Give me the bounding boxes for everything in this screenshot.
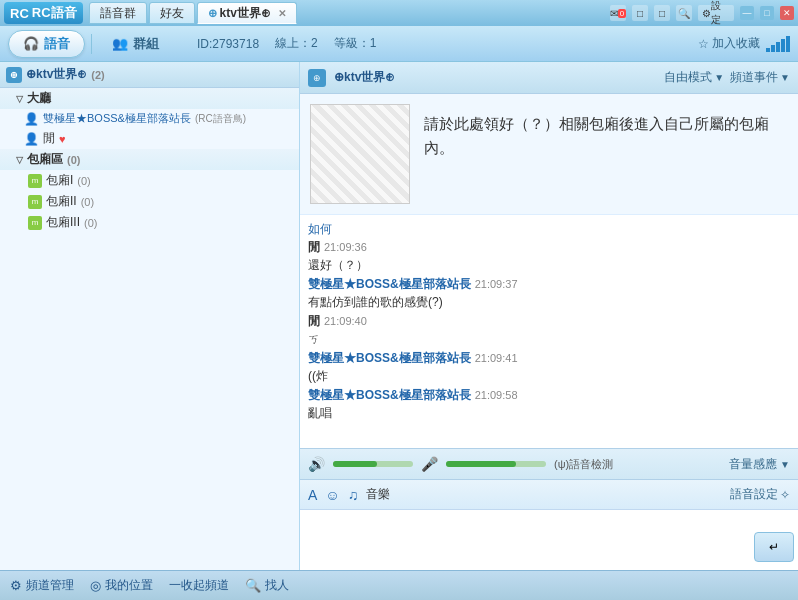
user1-suffix: (RC語音鳥) bbox=[195, 112, 246, 126]
msg-username[interactable]: 雙極星★BOSS&極星部落站長 bbox=[308, 276, 471, 293]
headphone-icon: 🎧 bbox=[23, 36, 39, 51]
room2-label: 包廂II bbox=[46, 193, 77, 210]
user1-name: 雙極星★BOSS&極星部落站長 bbox=[43, 111, 191, 126]
list-item: 雙極星★BOSS&極星部落站長 21:09:37 有點仿到誰的歌的感覺(?) bbox=[308, 276, 790, 312]
msg-content: 有點仿到誰的歌的感覺(?) bbox=[308, 293, 790, 312]
baowei-count: (0) bbox=[67, 154, 80, 166]
minimize-button[interactable]: — bbox=[740, 6, 754, 20]
search-icon[interactable]: 🔍 bbox=[676, 5, 692, 21]
chat-header: ⊕ ⊕ktv世界⊕ 自由模式 ▼ 頻道事件 ▼ bbox=[300, 62, 798, 94]
tree-room3[interactable]: m 包廂III (0) bbox=[0, 212, 299, 233]
msg-username[interactable]: 閒 bbox=[308, 239, 320, 256]
room1-icon: m bbox=[28, 174, 42, 188]
logo-icon: RC bbox=[10, 6, 29, 21]
msg-content: 亂唱 bbox=[308, 404, 790, 423]
channel-manage-button[interactable]: ⚙ 頻道管理 bbox=[10, 577, 74, 594]
events-label: 頻道事件 bbox=[730, 69, 778, 86]
events-button[interactable]: 頻道事件 ▼ bbox=[730, 69, 790, 86]
list-item: 雙極星★BOSS&極星部落站長 21:09:58 亂唱 bbox=[308, 387, 790, 423]
channel-root-header[interactable]: ⊕ ⊕ktv世界⊕ (2) bbox=[0, 62, 299, 88]
msg-username[interactable]: 雙極星★BOSS&極星部落站長 bbox=[308, 350, 471, 367]
icon2[interactable]: □ bbox=[654, 5, 670, 21]
logo-text: RC語音 bbox=[32, 4, 77, 22]
app-logo: RC RC語音 bbox=[4, 2, 83, 24]
user2-avatar-icon: 👤 bbox=[24, 132, 39, 146]
mail-badge: 0 bbox=[618, 9, 626, 18]
add-favorite-button[interactable]: ☆ 加入收藏 bbox=[698, 35, 760, 52]
my-location-button[interactable]: ◎ 我的位置 bbox=[90, 577, 153, 594]
message-input[interactable] bbox=[304, 514, 750, 566]
star-icon: ☆ bbox=[698, 37, 709, 51]
volume-slider[interactable] bbox=[333, 461, 413, 467]
msg-username[interactable]: 雙極星★BOSS&極星部落站長 bbox=[308, 387, 471, 404]
voice-nav-button[interactable]: 🎧 語音 bbox=[8, 30, 85, 58]
settings-btn[interactable]: ⚙ 設定 bbox=[698, 5, 734, 21]
send-button[interactable]: ↵ bbox=[754, 532, 794, 562]
maximize-button[interactable]: □ bbox=[760, 6, 774, 20]
msg-username[interactable]: 閒 bbox=[308, 313, 320, 330]
tree-user2[interactable]: 👤 閒 ♥ bbox=[0, 128, 299, 149]
channel-root-count: (2) bbox=[91, 69, 104, 81]
mic-icon: 🎤 bbox=[421, 456, 438, 472]
location-icon: ◎ bbox=[90, 578, 101, 593]
list-item: 閒 21:09:40 ㄎ bbox=[308, 313, 790, 349]
gear-icon: ⚙ bbox=[702, 8, 711, 19]
voice-setting-btn[interactable]: 語音設定 ✧ bbox=[730, 486, 790, 503]
music-label[interactable]: 音樂 bbox=[366, 486, 390, 503]
tab-ktv[interactable]: ⊕ ktv世界⊕ ✕ bbox=[197, 2, 297, 24]
user-info-bar: ID:2793718 線上：2 等級：1 bbox=[197, 35, 376, 52]
chat-messages[interactable]: 如何 閒 21:09:36 還好（？） 雙極星★BOSS&極星部落站長 21:0… bbox=[300, 215, 798, 448]
volume-response-btn[interactable]: 音量感應 ▼ bbox=[729, 456, 790, 473]
tree-expand-icon: ▽ bbox=[16, 94, 23, 104]
baowei-label: 包廂區 bbox=[27, 151, 63, 168]
left-panel: ⊕ ⊕ktv世界⊕ (2) ▽ 大廳 👤 雙極星★BOSS&極星部落站長 (RC… bbox=[0, 62, 300, 570]
channel-icon: ⊕ bbox=[6, 67, 22, 83]
titlebar-controls: ✉ 0 □ □ 🔍 ⚙ 設定 — □ ✕ bbox=[610, 5, 794, 21]
room2-count: (0) bbox=[81, 196, 94, 208]
tree-room1[interactable]: m 包廂I (0) bbox=[0, 170, 299, 191]
mail-icon[interactable]: ✉ 0 bbox=[610, 5, 626, 21]
chat-channel-icon: ⊕ bbox=[308, 69, 326, 87]
close-button[interactable]: ✕ bbox=[780, 6, 794, 20]
msg-content: 還好（？） bbox=[308, 256, 790, 275]
input-toolbar: A ☺ ♫ 音樂 語音設定 ✧ bbox=[300, 480, 798, 510]
tree-user1[interactable]: 👤 雙極星★BOSS&極星部落站長 (RC語音鳥) bbox=[0, 109, 299, 128]
right-panel: ⊕ ⊕ktv世界⊕ 自由模式 ▼ 頻道事件 ▼ 請於此處領好（？）相關包廂後進入… bbox=[300, 62, 798, 570]
welcome-text: 請於此處領好（？）相關包廂後進入自己所屬的包廂內。 bbox=[420, 104, 788, 204]
tree-baowei-expand-icon: ▽ bbox=[16, 155, 23, 165]
group-nav-button[interactable]: 👥 群組 bbox=[98, 30, 173, 58]
tree-baowei-section[interactable]: ▽ 包廂區 (0) bbox=[0, 149, 299, 170]
msg-time: 21:09:40 bbox=[324, 315, 367, 327]
msg-content: ㄎ bbox=[308, 330, 790, 349]
mic-slider[interactable] bbox=[446, 461, 546, 467]
mode-selector[interactable]: 自由模式 ▼ bbox=[664, 69, 724, 86]
icon1[interactable]: □ bbox=[632, 5, 648, 21]
tree-room2[interactable]: m 包廂II (0) bbox=[0, 191, 299, 212]
collapse-channel-button[interactable]: 一收起頻道 bbox=[169, 577, 229, 594]
user2-heart-icon: ♥ bbox=[59, 133, 66, 145]
group-icon: 👥 bbox=[112, 36, 128, 51]
msg-time: 21:09:41 bbox=[475, 352, 518, 364]
level-label: 等級：1 bbox=[334, 35, 377, 52]
font-button[interactable]: A bbox=[308, 487, 317, 503]
list-item: 閒 21:09:36 還好（？） bbox=[308, 239, 790, 275]
bottom-bar: ⚙ 頻道管理 ◎ 我的位置 一收起頻道 🔍 找人 bbox=[0, 570, 798, 600]
tab-close-icon[interactable]: ✕ bbox=[278, 8, 286, 19]
voice-detect-label: (ψ)語音檢測 bbox=[554, 457, 613, 472]
tab-friends[interactable]: 好友 bbox=[149, 2, 195, 24]
tab-voice-group[interactable]: 語音群 bbox=[89, 2, 147, 24]
tree-daming-section[interactable]: ▽ 大廳 bbox=[0, 88, 299, 109]
emoji-button[interactable]: ☺ bbox=[325, 487, 339, 503]
channel-root-label: ⊕ktv世界⊕ bbox=[26, 66, 87, 83]
user2-name: 閒 bbox=[43, 130, 55, 147]
room3-icon: m bbox=[28, 216, 42, 230]
online-count-label: 線上：2 bbox=[275, 35, 318, 52]
main-container: ⊕ ⊕ktv世界⊕ (2) ▽ 大廳 👤 雙極星★BOSS&極星部落站長 (RC… bbox=[0, 62, 798, 570]
room3-label: 包廂III bbox=[46, 214, 80, 231]
nav-divider bbox=[91, 34, 92, 54]
volume-icon: 🔊 bbox=[308, 456, 325, 472]
find-person-button[interactable]: 🔍 找人 bbox=[245, 577, 289, 594]
msg-time: 21:09:58 bbox=[475, 389, 518, 401]
user1-avatar-icon: 👤 bbox=[24, 112, 39, 126]
navbar-right: ☆ 加入收藏 bbox=[698, 35, 790, 52]
